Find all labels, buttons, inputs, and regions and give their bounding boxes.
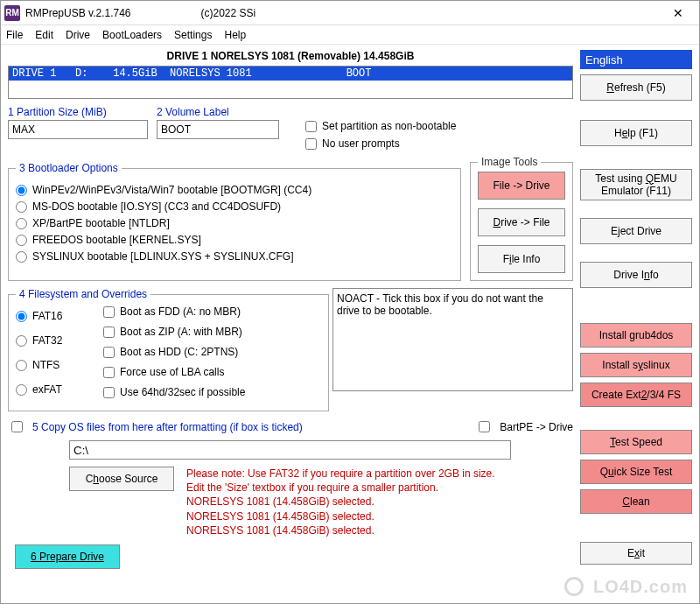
section1-label: 1 Partition Size (MiB) <box>8 106 148 118</box>
noprompts-checkbox[interactable] <box>305 138 317 150</box>
nonboot-check[interactable]: Set partition as non-bootable <box>305 120 456 132</box>
notes-area: Please note: Use FAT32 if you require a … <box>186 467 495 537</box>
bartpe-label: BartPE -> Drive <box>500 421 573 433</box>
fs-check-hdd[interactable]: Boot as HDD (C: 2PTNS) <box>103 346 321 358</box>
copy-os-checkbox[interactable] <box>11 421 23 432</box>
close-button[interactable]: ✕ <box>661 4 696 23</box>
eject-drive-button[interactable]: Eject Drive <box>580 218 692 244</box>
choose-source-button[interactable]: Choose Source <box>69 467 174 491</box>
clean-button[interactable]: Clean <box>580 489 692 514</box>
fs-radio-ntfs[interactable]: NTFS <box>16 359 96 371</box>
bartpe-checkbox[interactable] <box>479 421 490 432</box>
drive-list[interactable]: DRIVE 1 D: 14.5GiB NORELSYS 1081 BOOT <box>8 66 573 99</box>
menu-file[interactable]: File <box>6 29 23 41</box>
file-to-drive-button[interactable]: File -> Drive <box>478 172 565 200</box>
bootloader-fieldset: 3 Bootloader Options WinPEv2/WinPEv3/Vis… <box>8 162 461 281</box>
install-grub4dos-button[interactable]: Install grub4dos <box>580 323 692 348</box>
drive-to-file-button[interactable]: Drive -> File <box>478 208 565 236</box>
source-path-input[interactable] <box>69 440 511 460</box>
prepare-drive-button[interactable]: 6 Prepare Drive <box>15 544 120 569</box>
copy-os-label: 5 Copy OS files from here after formatti… <box>32 421 303 433</box>
quick-size-test-button[interactable]: Quick Size Test <box>580 460 692 484</box>
menubar: File Edit Drive BootLoaders Settings Hel… <box>1 25 699 45</box>
filesystem-legend: 4 Filesystem and Overrides <box>16 288 150 300</box>
menu-settings[interactable]: Settings <box>174 29 212 41</box>
bootloader-opt-1[interactable]: MS-DOS bootable [IO.SYS] (CC3 and CC4DOS… <box>16 200 453 213</box>
menu-help[interactable]: Help <box>224 29 246 41</box>
drive-header: DRIVE 1 NORELSYS 1081 (Removable) 14.458… <box>8 50 573 62</box>
image-tools-legend: Image Tools <box>478 156 541 168</box>
fs-check-fdd[interactable]: Boot as FDD (A: no MBR) <box>103 306 321 318</box>
bootloader-opt-3[interactable]: FREEDOS bootable [KERNEL.SYS] <box>16 234 453 246</box>
partition-size-input[interactable] <box>8 120 148 139</box>
bootloader-opt-0[interactable]: WinPEv2/WinPEv3/Vista/Win7 bootable [BOO… <box>16 184 453 196</box>
fs-check-lba[interactable]: Force use of LBA calls <box>103 366 321 378</box>
help-button[interactable]: Help (F1) <box>580 120 692 146</box>
app-icon: RM <box>4 5 20 21</box>
test-speed-button[interactable]: Test Speed <box>580 430 692 454</box>
window-subtitle: (c)2022 SSi <box>201 7 256 19</box>
volume-label-input[interactable] <box>157 120 279 139</box>
exit-button[interactable]: Exit <box>580 542 692 565</box>
app-window: RM RMPrepUSB v.2.1.746 (c)2022 SSi ✕ Fil… <box>0 0 700 604</box>
install-syslinux-button[interactable]: Install syslinux <box>580 353 692 377</box>
create-ext-button[interactable]: Create Ext2/3/4 FS <box>580 383 692 407</box>
qemu-button[interactable]: Test using QEMUEmulator (F11) <box>580 169 692 200</box>
nonboot-checkbox[interactable] <box>305 121 317 132</box>
filesystem-fieldset: 4 Filesystem and Overrides FAT16 FAT32 N… <box>8 288 329 411</box>
noprompts-check[interactable]: No user prompts <box>305 137 456 150</box>
menu-drive[interactable]: Drive <box>66 29 90 41</box>
section2-label: 2 Volume Label <box>157 106 279 118</box>
fs-check-64hd[interactable]: Use 64hd/32sec if possible <box>103 386 321 398</box>
titlebar: RM RMPrepUSB v.2.1.746 (c)2022 SSi ✕ <box>1 1 699 25</box>
menu-bootloaders[interactable]: BootLoaders <box>102 29 162 41</box>
image-tools-group: Image Tools File -> Drive Drive -> File … <box>470 162 573 281</box>
fs-radio-fat16[interactable]: FAT16 <box>16 310 96 322</box>
fs-radio-exfat[interactable]: exFAT <box>16 383 96 396</box>
drive-list-row[interactable]: DRIVE 1 D: 14.5GiB NORELSYS 1081 BOOT <box>9 67 572 81</box>
bootloader-opt-4[interactable]: SYSLINUX bootable [LDLINUX.SYS + SYSLINU… <box>16 250 453 263</box>
language-selector[interactable]: English <box>580 50 692 69</box>
file-info-button[interactable]: File Info <box>478 245 565 273</box>
menu-edit[interactable]: Edit <box>35 29 53 41</box>
bootloader-opt-2[interactable]: XP/BartPE bootable [NTLDR] <box>16 217 453 229</box>
refresh-button[interactable]: Refresh (F5) <box>580 74 692 101</box>
fs-radio-fat32[interactable]: FAT32 <box>16 334 96 347</box>
drive-info-button[interactable]: Drive Info <box>580 262 692 288</box>
fs-help-text: NOACT - Tick this box if you do not want… <box>332 288 573 391</box>
window-title: RMPrepUSB v.2.1.746 <box>25 7 131 19</box>
fs-check-zip[interactable]: Boot as ZIP (A: with MBR) <box>103 326 321 338</box>
bootloader-legend: 3 Bootloader Options <box>16 162 122 174</box>
